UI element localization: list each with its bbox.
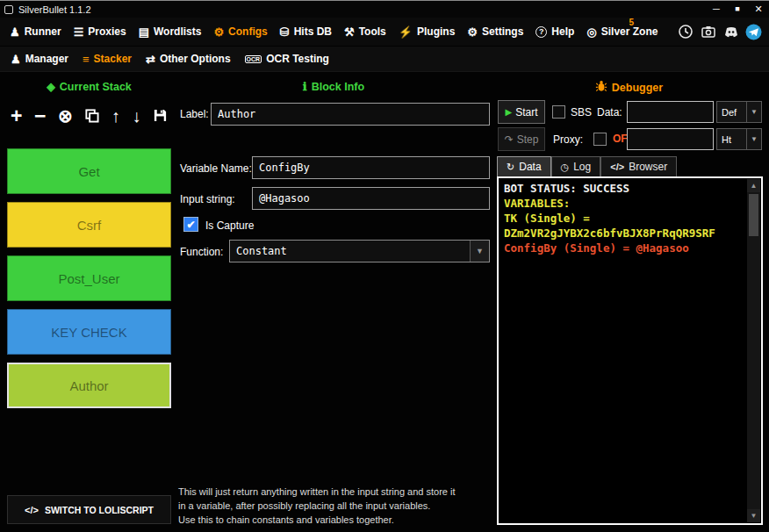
current-stack-header: ◈ Current Stack bbox=[7, 80, 171, 93]
sbs-checkbox[interactable] bbox=[552, 105, 565, 119]
menu-item-hits-db[interactable]: ⛁ Hits DB bbox=[274, 18, 338, 46]
silverbullet-window: SilverBullet 1.1.2 ─ ■ ✕ ♟ Runner ☰ Prox… bbox=[0, 0, 769, 532]
submenu-item-stacker[interactable]: ≡ Stacker bbox=[75, 47, 139, 71]
submenu-item-other-options[interactable]: ⇄ Other Options bbox=[139, 47, 238, 71]
window-controls: ─ ■ ✕ bbox=[706, 1, 769, 18]
output-line: DZm2VR2gJYBX2c6bfvBJX8PrRqQR9SRF bbox=[504, 226, 756, 241]
output-line: BOT STATUS: SUCCESS bbox=[504, 181, 756, 196]
minimize-button[interactable]: ─ bbox=[706, 1, 727, 18]
move-up-button[interactable]: ↑ bbox=[111, 107, 120, 125]
stacker-layers-icon: ≡ bbox=[83, 54, 90, 65]
debug-proxy-input[interactable] bbox=[627, 128, 714, 150]
submenu-label: Other Options bbox=[160, 53, 231, 65]
move-down-button[interactable]: ↓ bbox=[132, 107, 140, 125]
menu-label: Settings bbox=[482, 25, 523, 38]
database-icon: ⛁ bbox=[280, 26, 290, 38]
switch-to-loliscript-button[interactable]: </> SWITCH TO LOLISCRIPT bbox=[7, 495, 171, 524]
stack-block-post-user[interactable]: Post_User bbox=[7, 255, 171, 301]
runner-icon: ♟ bbox=[10, 26, 20, 38]
submenu-label: Manager bbox=[25, 53, 68, 65]
scroll-down-icon[interactable]: ▼ bbox=[747, 509, 760, 522]
info-icon: ℹ bbox=[303, 80, 307, 93]
scrollbar-thumb[interactable] bbox=[749, 194, 758, 236]
function-dropdown[interactable]: Constant ▼ bbox=[229, 240, 490, 262]
debugger-header: Debugger bbox=[496, 80, 762, 95]
stack-block-csrf[interactable]: Csrf bbox=[7, 202, 171, 248]
camera-icon[interactable] bbox=[700, 24, 716, 40]
proxy-type-dropdown[interactable]: Ht ▼ bbox=[716, 128, 762, 150]
close-button[interactable]: ✕ bbox=[748, 1, 769, 18]
data-label: Data: bbox=[597, 106, 622, 119]
start-button[interactable]: ▶ Start bbox=[498, 100, 545, 124]
menu-item-silver-zone[interactable]: 5 ◎ Silver Zone bbox=[580, 18, 664, 46]
sliders-icon: ⇄ bbox=[146, 54, 155, 65]
manager-icon: ♟ bbox=[11, 54, 21, 65]
clock-icon: ◷ bbox=[561, 162, 570, 173]
is-capture-label: Is Capture bbox=[205, 219, 254, 232]
plugins-icon: ⚡ bbox=[399, 26, 413, 38]
menu-label: Runner bbox=[25, 25, 61, 38]
menu-item-plugins[interactable]: ⚡ Plugins bbox=[392, 18, 462, 46]
output-scrollbar[interactable]: ▲ ▼ bbox=[747, 179, 760, 522]
menu-item-help[interactable]: ? Help bbox=[529, 18, 580, 46]
add-block-button[interactable]: + bbox=[11, 106, 22, 126]
telegram-icon[interactable] bbox=[745, 24, 762, 40]
debugger-output-lines: BOT STATUS: SUCCESS VARIABLES: TK (Singl… bbox=[499, 178, 761, 258]
checkmark-icon: ✔ bbox=[186, 219, 195, 231]
debugger-tabs: ↻ Data ◷ Log </> Browser bbox=[497, 156, 677, 176]
chevron-down-icon[interactable]: ▼ bbox=[746, 129, 761, 149]
submenu: ♟ Manager ≡ Stacker ⇄ Other Options OCR … bbox=[0, 47, 769, 72]
proxies-icon: ☰ bbox=[74, 26, 84, 38]
scroll-up-icon[interactable]: ▲ bbox=[747, 179, 760, 192]
ocr-icon: OCR bbox=[245, 55, 262, 63]
zone-pin-icon: ◎ bbox=[586, 26, 596, 38]
step-button[interactable]: ↷ Step bbox=[498, 127, 545, 151]
stack-block-key-check[interactable]: KEY CHECK bbox=[7, 309, 171, 355]
menu-item-settings[interactable]: ⚙ Settings bbox=[461, 18, 529, 46]
debugger-output: BOT STATUS: SUCCESS VARIABLES: TK (Singl… bbox=[497, 176, 763, 525]
submenu-label: Stacker bbox=[94, 53, 132, 65]
titlebar: SilverBullet 1.1.2 ─ ■ ✕ bbox=[0, 1, 769, 18]
tab-browser[interactable]: </> Browser bbox=[600, 156, 677, 176]
stack-block-author[interactable]: Author bbox=[7, 363, 171, 408]
tab-data[interactable]: ↻ Data bbox=[497, 156, 551, 176]
discord-icon[interactable] bbox=[722, 24, 739, 40]
label-input[interactable] bbox=[211, 103, 490, 126]
remove-block-button[interactable]: − bbox=[34, 106, 46, 126]
block-info-header: ℹ Block Info bbox=[176, 80, 492, 93]
chevron-down-icon[interactable]: ▼ bbox=[470, 241, 489, 262]
menu-item-wordlists[interactable]: ▤ Wordlists bbox=[133, 18, 208, 46]
is-capture-checkbox[interactable]: ✔ bbox=[183, 217, 198, 232]
variable-name-input[interactable] bbox=[252, 156, 490, 179]
tab-log[interactable]: ◷ Log bbox=[551, 156, 601, 176]
menu-item-tools[interactable]: ⚒ Tools bbox=[338, 18, 392, 46]
block-description: This will just return anything written i… bbox=[178, 485, 499, 527]
block-label: KEY CHECK bbox=[51, 325, 126, 340]
tools-icon: ⚒ bbox=[344, 26, 355, 38]
input-string-input[interactable] bbox=[252, 187, 490, 210]
submenu-item-ocr-testing[interactable]: OCR OCR Testing bbox=[238, 47, 336, 71]
code-icon: </> bbox=[610, 162, 624, 172]
menubar: ♟ Runner ☰ Proxies ▤ Wordlists ⚙ Configs… bbox=[0, 18, 769, 47]
label-field-label: Label: bbox=[180, 108, 209, 120]
notification-badge: 5 bbox=[629, 18, 634, 27]
data-type-dropdown[interactable]: Def ▼ bbox=[716, 101, 762, 123]
stack-block-get[interactable]: Get bbox=[7, 148, 171, 194]
history-icon[interactable] bbox=[677, 24, 694, 40]
menu-label: Plugins bbox=[417, 25, 455, 38]
menu-label: Hits DB bbox=[294, 25, 332, 38]
clone-block-button[interactable] bbox=[84, 106, 99, 126]
submenu-item-manager[interactable]: ♟ Manager bbox=[4, 47, 75, 71]
debug-data-input[interactable] bbox=[627, 101, 714, 123]
block-label: Get bbox=[78, 164, 99, 179]
settings-gear-icon: ⚙ bbox=[467, 26, 478, 38]
disable-block-button[interactable]: ⊗ bbox=[58, 107, 73, 125]
save-stack-button[interactable] bbox=[153, 106, 168, 126]
menu-item-runner[interactable]: ♟ Runner bbox=[4, 18, 68, 46]
maximize-button[interactable]: ■ bbox=[727, 1, 748, 18]
proxy-checkbox[interactable] bbox=[593, 133, 607, 146]
chevron-down-icon[interactable]: ▼ bbox=[746, 102, 761, 122]
block-label: Post_User bbox=[58, 271, 119, 286]
menu-item-configs[interactable]: ⚙ Configs bbox=[207, 18, 273, 46]
menu-item-proxies[interactable]: ☰ Proxies bbox=[68, 18, 133, 46]
